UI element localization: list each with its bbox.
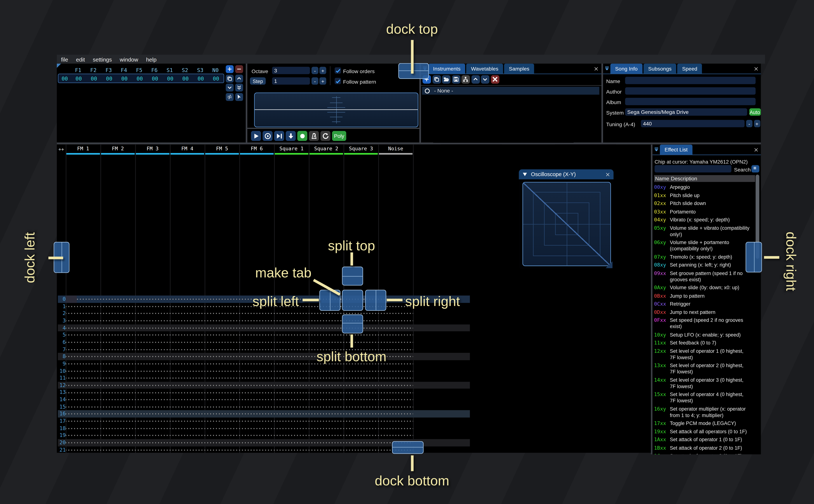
pattern-row-11[interactable]: 11 xyxy=(58,375,470,382)
pattern-cell[interactable] xyxy=(309,418,343,425)
instrument-move-down-button[interactable] xyxy=(481,75,490,84)
pattern-row-16[interactable]: 16 xyxy=(58,410,470,418)
pattern-cell[interactable] xyxy=(170,303,205,310)
pattern-cell[interactable] xyxy=(205,375,239,382)
dock-right-target[interactable] xyxy=(746,242,762,272)
effect-row-10xy[interactable]: 10xySetup LFO (x: enable; y: speed) xyxy=(654,332,755,338)
play-button[interactable] xyxy=(251,131,261,141)
pattern-cell[interactable] xyxy=(274,375,309,382)
pattern-cell[interactable] xyxy=(239,425,274,432)
oscilloscope-window[interactable]: Oscilloscope (X-Y) xyxy=(519,169,614,269)
pattern-cell[interactable] xyxy=(205,339,239,346)
tab-song-info[interactable]: Song Info xyxy=(610,64,642,74)
pattern-cell[interactable] xyxy=(309,367,343,375)
instrument-save-button[interactable] xyxy=(452,75,460,84)
pattern-cell[interactable] xyxy=(343,382,378,389)
orders-deep-clone-button[interactable] xyxy=(226,93,234,101)
pattern-cell[interactable] xyxy=(135,367,170,375)
pattern-cell[interactable] xyxy=(66,418,100,425)
order-value[interactable]: 00 xyxy=(132,76,147,81)
pattern-cell[interactable] xyxy=(239,346,274,353)
pattern-cell[interactable] xyxy=(135,331,170,339)
pattern-cell[interactable] xyxy=(378,418,413,425)
pattern-cell[interactable] xyxy=(135,375,170,382)
pattern-cell[interactable] xyxy=(205,439,239,446)
pattern-cell[interactable] xyxy=(274,346,309,353)
effect-row-1Bxx[interactable]: 1BxxSet attack of operator 2 (0 to 1F) xyxy=(654,445,755,451)
pattern-cell[interactable] xyxy=(239,446,274,453)
pattern-cell[interactable] xyxy=(170,339,205,346)
menu-item-window[interactable]: window xyxy=(120,56,138,62)
pattern-row-17[interactable]: 17 xyxy=(58,418,470,425)
pattern-row-18[interactable]: 18 xyxy=(58,425,470,432)
tuning-plus-button[interactable]: + xyxy=(754,120,760,127)
menu-item-settings[interactable]: settings xyxy=(93,56,112,62)
pattern-cell[interactable] xyxy=(239,410,274,418)
pattern-cell[interactable] xyxy=(309,396,343,403)
pattern-cell[interactable] xyxy=(274,310,309,317)
instrument-open-button[interactable] xyxy=(442,75,451,84)
effect-row-08xy[interactable]: 08xySet panning (x: left; y: right) xyxy=(654,262,755,268)
orders-move-down-button[interactable] xyxy=(226,84,234,92)
pattern-row-15[interactable]: 15 xyxy=(58,403,470,410)
pattern-cell[interactable] xyxy=(135,324,170,331)
tuning-input[interactable]: 440 xyxy=(641,120,745,127)
pattern-cell[interactable] xyxy=(66,324,100,331)
pattern-cell[interactable] xyxy=(100,310,135,317)
play-from-cursor-button[interactable] xyxy=(274,131,284,141)
effect-list-menu-button[interactable] xyxy=(751,165,759,172)
pattern-cell[interactable] xyxy=(205,382,239,389)
pattern-cell[interactable] xyxy=(66,389,100,396)
pattern-cell[interactable] xyxy=(378,403,413,410)
effect-row-16xy[interactable]: 16xySet operator multiplier (x: operator… xyxy=(654,406,755,418)
pattern-cell[interactable] xyxy=(274,317,309,324)
pattern-cell[interactable] xyxy=(343,396,378,403)
pattern-cell[interactable] xyxy=(378,331,413,339)
pattern-cell[interactable] xyxy=(205,425,239,432)
effect-table-header[interactable]: Name Description xyxy=(654,175,755,182)
pattern-cell[interactable] xyxy=(378,367,413,375)
record-button[interactable] xyxy=(297,131,307,141)
album-input[interactable] xyxy=(625,98,756,105)
pattern-cell[interactable] xyxy=(170,382,205,389)
pattern-cell[interactable] xyxy=(205,410,239,418)
pattern-cell[interactable] xyxy=(274,432,309,439)
effect-row-12xx[interactable]: 12xxSet level of operator 1 (0 highest, … xyxy=(654,348,755,361)
pattern-cell[interactable] xyxy=(205,353,239,360)
pattern-cell[interactable] xyxy=(239,317,274,324)
channel-header-square-3[interactable]: Square 3 xyxy=(343,146,378,154)
pattern-cell[interactable] xyxy=(274,403,309,410)
channel-header-fm-6[interactable]: FM 6 xyxy=(239,146,274,154)
orders-row[interactable]: 0000000000000000000000 xyxy=(58,74,224,83)
pattern-row-4[interactable]: 4 xyxy=(58,324,470,331)
pattern-cell[interactable] xyxy=(343,425,378,432)
pattern-cell[interactable] xyxy=(170,360,205,367)
orders-move-up-button[interactable] xyxy=(235,74,243,82)
pattern-cell[interactable] xyxy=(135,410,170,418)
pattern-cell[interactable] xyxy=(66,425,100,432)
pattern-cell[interactable] xyxy=(100,389,135,396)
pattern-cell[interactable] xyxy=(135,403,170,410)
pattern-cell[interactable] xyxy=(170,425,205,432)
pattern-cell[interactable] xyxy=(66,396,100,403)
pattern-cell[interactable] xyxy=(274,339,309,346)
pattern-cell[interactable] xyxy=(378,324,413,331)
pattern-row-13[interactable]: 13 xyxy=(58,389,470,396)
pattern-cell[interactable] xyxy=(378,375,413,382)
pattern-cell[interactable] xyxy=(66,446,100,453)
order-value[interactable]: 00 xyxy=(102,76,117,81)
channel-header-fm-4[interactable]: FM 4 xyxy=(170,146,205,154)
pattern-cell[interactable] xyxy=(378,396,413,403)
effect-row-1Axx[interactable]: 1AxxSet attack of operator 1 (0 to 1F) xyxy=(654,436,755,443)
pattern-cell[interactable] xyxy=(378,425,413,432)
follow-orders-checkbox[interactable] xyxy=(335,67,341,74)
pattern-cell[interactable] xyxy=(309,389,343,396)
pattern-cell[interactable] xyxy=(239,339,274,346)
pattern-cell[interactable] xyxy=(378,382,413,389)
pattern-cell[interactable] xyxy=(239,389,274,396)
effect-row-13xx[interactable]: 13xxSet level of operator 2 (0 highest, … xyxy=(654,362,755,375)
oscilloscope-title-bar[interactable]: Oscilloscope (X-Y) xyxy=(519,169,614,179)
instrument-move-up-button[interactable] xyxy=(471,75,480,84)
pattern-cell[interactable] xyxy=(274,382,309,389)
pattern-cell[interactable] xyxy=(205,346,239,353)
